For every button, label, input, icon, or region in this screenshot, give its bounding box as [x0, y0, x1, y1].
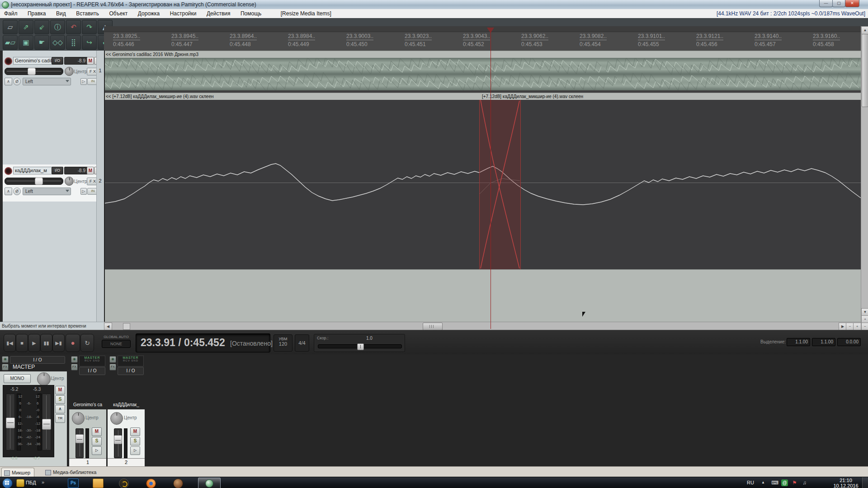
record-button[interactable]: ●	[66, 334, 80, 352]
strip2-fader-handle[interactable]	[114, 435, 122, 444]
selection-start-value[interactable]: 1.1.00	[787, 338, 810, 346]
save-project-button[interactable]: ⇙	[34, 20, 49, 34]
track1-fold-button[interactable]: ∧	[5, 78, 12, 85]
ruler-marker-lane[interactable]	[104, 26, 861, 32]
menu-view[interactable]: Вид	[52, 9, 70, 18]
global-auto-value[interactable]: NONE	[102, 340, 131, 348]
playrate-slider-handle[interactable]	[357, 343, 364, 350]
timeline-ruler[interactable]: 23.3.8925..0:45.44623.3.8945..0:45.44723…	[104, 26, 861, 51]
strip2-mute-button[interactable]: M	[130, 427, 140, 436]
repeat-button[interactable]: ↻	[80, 334, 94, 352]
go-to-start-button[interactable]: ▮◀	[4, 334, 16, 352]
guitar-pro-icon[interactable]	[173, 479, 183, 488]
strip1-power-button[interactable]: ◉	[71, 356, 78, 363]
language-indicator[interactable]: RU	[747, 480, 754, 485]
play-button[interactable]: ▶	[28, 334, 40, 352]
crossfade-region[interactable]	[479, 100, 521, 269]
taskbar-clock[interactable]: 21:10 10.12.2016	[832, 478, 860, 488]
track2-routing-select[interactable]: Left	[23, 188, 71, 195]
horizontal-scrollbar[interactable]: ◀ ▶ − +	[104, 322, 861, 330]
scroll-up-icon[interactable]: ▲	[861, 26, 868, 34]
track2-fader-handle[interactable]	[35, 178, 43, 185]
messenger-tray-icon[interactable]: @	[781, 479, 788, 486]
track1-record-arm-button[interactable]	[5, 57, 12, 65]
menu-track[interactable]: Дорожка	[134, 9, 164, 18]
strip2-power-button[interactable]: ◉	[109, 356, 116, 363]
arrange-view[interactable]: << Geronimo's cadillac 2016 With Дрюня.m…	[104, 51, 861, 322]
strip2-volume-fader[interactable]	[114, 428, 122, 458]
firefox-icon[interactable]	[146, 479, 156, 488]
photoshop-icon[interactable]: Ps	[68, 479, 79, 488]
media-item-1-waveform[interactable]	[104, 58, 861, 90]
track2-monitor-play-icon[interactable]: ▷	[80, 188, 87, 195]
pause-button[interactable]: ▮▮	[40, 334, 52, 352]
volume-tray-icon[interactable]: ♫	[801, 479, 808, 486]
ripple-edit-button[interactable]: ↪	[82, 35, 97, 50]
track1-input-monitor-button[interactable]: IN	[87, 78, 96, 85]
show-desktop-button[interactable]	[862, 477, 868, 488]
playrate-control[interactable]: Скор.: 1.0	[314, 334, 405, 352]
project-settings-button[interactable]: ⓘ	[50, 20, 65, 34]
strip2-fx-button[interactable]: FX	[109, 364, 116, 371]
menu-file[interactable]: Файл	[0, 9, 22, 18]
master-trim-button[interactable]: TR	[55, 414, 65, 423]
action-center-tray-icon[interactable]: ⚑	[791, 479, 798, 486]
time-signature-display[interactable]: 4/4	[295, 334, 309, 352]
keyboard-tray-icon[interactable]: ⌨	[771, 479, 778, 486]
track2-io-button[interactable]: I/O	[52, 167, 63, 174]
open-project-button[interactable]: ⇗	[19, 20, 33, 34]
close-button[interactable]: ✕	[845, 0, 859, 7]
track2-name-input[interactable]: каДДДилак_м	[13, 167, 52, 174]
strip2-sends-box[interactable]: MASTER RCV SND	[118, 356, 144, 366]
menu-insert[interactable]: Вставить	[72, 9, 103, 18]
undo-button[interactable]: ↶	[66, 20, 81, 34]
envelope-button[interactable]: ◇◇	[50, 35, 65, 50]
menu-actions[interactable]: Действия	[203, 9, 235, 18]
stop-button[interactable]: ■	[16, 334, 28, 352]
master-fader-right[interactable]	[42, 394, 51, 450]
master-fader-right-handle[interactable]	[42, 419, 51, 430]
grid-snap-button[interactable]: ⣿	[66, 35, 81, 50]
master-pan-knob[interactable]	[37, 372, 51, 386]
strip1-fader-handle[interactable]	[75, 434, 84, 443]
track2-fold-button[interactable]: ∧	[5, 188, 12, 195]
playrate-slider[interactable]	[318, 344, 402, 348]
strip1-volume-fader[interactable]	[75, 428, 84, 458]
track1-monitor-play-icon[interactable]: ▷	[80, 78, 87, 85]
pbd-launcher-icon[interactable]	[16, 479, 24, 487]
strip2-pan-knob[interactable]	[110, 412, 123, 425]
transport-position-display[interactable]: 23.3.91 / 0:45.452 [Остановлено]	[136, 333, 270, 352]
track2-record-arm-button[interactable]	[5, 167, 12, 175]
menu-item[interactable]: Объект	[105, 9, 132, 18]
track1-name-input[interactable]: Geronimo's cadil	[13, 57, 52, 65]
hscroll-handle[interactable]	[423, 323, 443, 330]
menu-edit[interactable]: Правка	[24, 9, 50, 18]
vertical-scrollbar[interactable]: ▲ ▼ + −	[861, 26, 868, 330]
track2-input-monitor-button[interactable]: IN	[87, 188, 96, 195]
tab-media-explorer[interactable]: Медиа-библиотека	[43, 468, 100, 477]
track1-io-button[interactable]: I/O	[52, 57, 63, 65]
strip1-mute-button[interactable]: M	[92, 427, 102, 436]
track1-fader-handle[interactable]	[28, 68, 36, 75]
strip2-io-button[interactable]: I / O	[118, 367, 144, 375]
selection-end-value[interactable]: 1.1.00	[812, 338, 835, 346]
reaper-taskbar-button[interactable]	[198, 478, 221, 488]
track2-fx-button[interactable]: F X	[87, 178, 96, 185]
title-bar[interactable]: [несохраненный проект] - REAPER v4.76/x6…	[0, 0, 868, 9]
arrange-empty-area[interactable]	[104, 269, 861, 322]
group-toggle-button[interactable]: ▣	[19, 35, 33, 50]
strip1-io-button[interactable]: I / O	[79, 367, 105, 375]
vscroll-handle[interactable]	[862, 34, 868, 107]
strip1-fx-button[interactable]: FX	[71, 364, 78, 371]
track1-phase-button[interactable]: Ø	[13, 78, 21, 85]
scrollbar-splitter[interactable]	[123, 323, 130, 330]
selection-length-value[interactable]: 0.0.00	[837, 338, 861, 346]
track2-phase-button[interactable]: Ø	[13, 188, 21, 195]
menu-options[interactable]: Настройки	[166, 9, 201, 18]
global-automation-control[interactable]: GLOBAL AUTO NONE	[102, 335, 131, 349]
track1-fx-button[interactable]: F X	[87, 68, 96, 75]
aimp-player-icon[interactable]	[119, 479, 129, 488]
new-project-button[interactable]: ▱	[3, 20, 18, 34]
strip2-monitor-button[interactable]: ▷	[130, 446, 140, 455]
redo-button[interactable]: ↷	[82, 20, 97, 34]
